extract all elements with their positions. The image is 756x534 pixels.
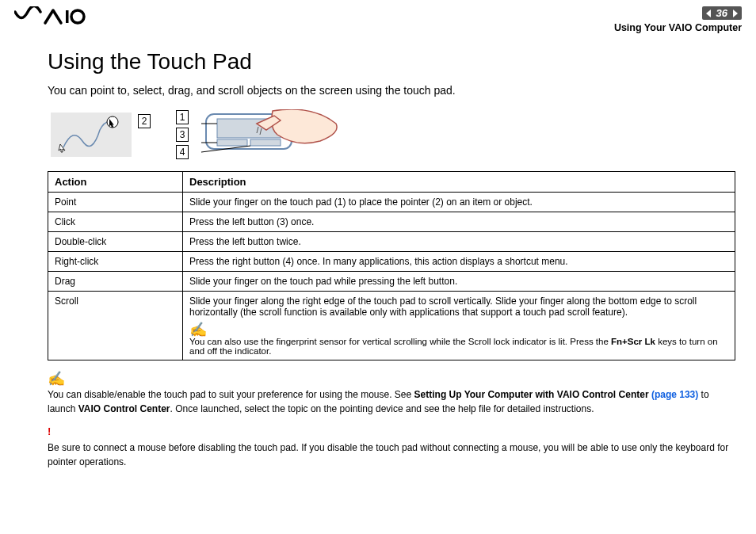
cursor-figure bbox=[51, 113, 132, 157]
svg-point-1 bbox=[71, 10, 84, 23]
callout-3: 3 bbox=[176, 128, 189, 142]
svg-rect-6 bbox=[250, 139, 281, 146]
table-row: PointSlide your finger on the touch pad … bbox=[48, 192, 735, 212]
touchpad-figure bbox=[201, 109, 349, 160]
page-number: 36 bbox=[716, 7, 727, 19]
pencil-note-icon: ✍ bbox=[48, 372, 732, 386]
header-action: Action bbox=[48, 171, 183, 192]
pencil-note-icon: ✍ bbox=[189, 322, 207, 338]
footnote-warning: ! Be sure to connect a mouse before disa… bbox=[48, 424, 735, 470]
table-row: Double-clickPress the left button twice. bbox=[48, 231, 735, 251]
callout-2: 2 bbox=[138, 114, 151, 128]
callout-1: 1 bbox=[176, 110, 189, 124]
scroll-description: Slide your finger along the right edge o… bbox=[189, 296, 697, 318]
next-page-icon[interactable] bbox=[731, 9, 740, 18]
illustration-row: 2 1 3 4 bbox=[51, 109, 735, 160]
svg-rect-5 bbox=[217, 139, 247, 146]
footnote-tip: ✍ You can disable/enable the touch pad t… bbox=[48, 372, 735, 416]
page-navigator[interactable]: 36 bbox=[702, 6, 742, 20]
actions-table: Action Description PointSlide your finge… bbox=[48, 171, 735, 360]
table-row: Scroll Slide your finger along the right… bbox=[48, 291, 735, 360]
intro-text: You can point to, select, drag, and scro… bbox=[48, 84, 735, 97]
header-description: Description bbox=[183, 171, 735, 192]
chapter-title: Using Your VAIO Computer bbox=[614, 22, 742, 33]
table-row: DragSlide your finger on the touch pad w… bbox=[48, 271, 735, 291]
table-row: ClickPress the left button (3) once. bbox=[48, 212, 735, 231]
table-row: Right-clickPress the right button (4) on… bbox=[48, 251, 735, 271]
page-title: Using the Touch Pad bbox=[48, 49, 735, 74]
prev-page-icon[interactable] bbox=[704, 9, 713, 18]
vaio-logo bbox=[14, 6, 86, 30]
warning-icon: ! bbox=[48, 424, 735, 440]
callout-4: 4 bbox=[176, 145, 189, 159]
svg-rect-0 bbox=[66, 10, 69, 23]
page-link[interactable]: (page 133) bbox=[649, 389, 699, 400]
